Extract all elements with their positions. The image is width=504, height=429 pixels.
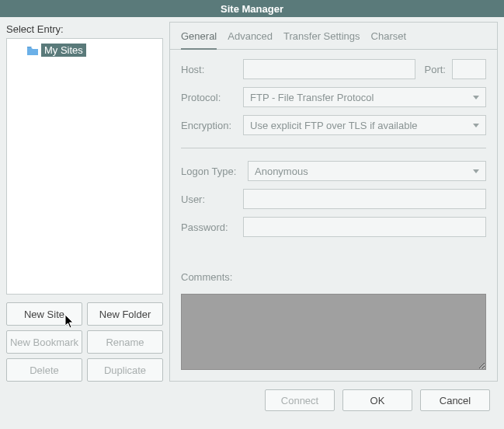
dialog-footer: Connect OK Cancel <box>6 382 498 411</box>
tab-advanced[interactable]: Advanced <box>228 30 273 49</box>
host-label: Host: <box>181 64 237 75</box>
comments-label: Comments: <box>181 271 486 283</box>
logon-type-select[interactable]: Anonymous <box>248 161 486 181</box>
entry-buttons: New Site New Folder New Bookmark Rename … <box>6 302 163 382</box>
chevron-down-icon <box>473 124 479 127</box>
port-label: Port: <box>425 64 446 75</box>
host-input[interactable] <box>243 59 415 79</box>
delete-button[interactable]: Delete <box>6 358 82 382</box>
encryption-label: Encryption: <box>181 120 237 131</box>
new-folder-button[interactable]: New Folder <box>87 302 163 326</box>
rename-button[interactable]: Rename <box>87 330 163 354</box>
general-form: Host: Port: Protocol: FTP - File Transfe… <box>170 50 497 381</box>
select-entry-label: Select Entry: <box>6 22 163 38</box>
password-input[interactable] <box>243 217 486 237</box>
site-tree[interactable]: My Sites <box>6 38 163 295</box>
connect-button[interactable]: Connect <box>265 389 335 411</box>
logon-type-value: Anonymous <box>255 166 308 177</box>
encryption-select[interactable]: Use explicit FTP over TLS if available <box>243 115 486 135</box>
duplicate-button[interactable]: Duplicate <box>87 358 163 382</box>
tab-bar: General Advanced Transfer Settings Chars… <box>170 23 497 50</box>
tree-root-item[interactable]: My Sites <box>27 44 156 57</box>
folder-icon <box>27 46 38 55</box>
logon-type-label: Logon Type: <box>181 166 242 177</box>
tab-general[interactable]: General <box>181 30 217 50</box>
protocol-select[interactable]: FTP - File Transfer Protocol <box>243 87 486 107</box>
tree-root-label: My Sites <box>41 44 86 57</box>
chevron-down-icon <box>473 169 479 173</box>
protocol-value: FTP - File Transfer Protocol <box>250 92 374 103</box>
dialog-body: Select Entry: My Sites New Site New Fold… <box>0 17 504 417</box>
user-input[interactable] <box>243 189 486 209</box>
password-label: Password: <box>181 221 237 233</box>
title-bar: Site Manager <box>0 0 504 17</box>
cancel-button[interactable]: Cancel <box>420 389 490 411</box>
encryption-value: Use explicit FTP over TLS if available <box>250 120 418 131</box>
separator <box>181 148 486 148</box>
new-bookmark-button[interactable]: New Bookmark <box>6 330 82 354</box>
user-label: User: <box>181 194 237 205</box>
window-title: Site Manager <box>221 3 283 15</box>
new-site-button[interactable]: New Site <box>6 302 82 326</box>
tab-transfer-settings[interactable]: Transfer Settings <box>283 30 360 49</box>
port-input[interactable] <box>452 59 486 79</box>
left-panel: Select Entry: My Sites New Site New Fold… <box>6 22 163 382</box>
right-panel: General Advanced Transfer Settings Chars… <box>169 22 498 382</box>
protocol-label: Protocol: <box>181 92 237 103</box>
comments-textarea[interactable] <box>181 294 486 370</box>
tab-charset[interactable]: Charset <box>371 30 407 49</box>
chevron-down-icon <box>473 96 479 99</box>
ok-button[interactable]: OK <box>342 389 412 411</box>
